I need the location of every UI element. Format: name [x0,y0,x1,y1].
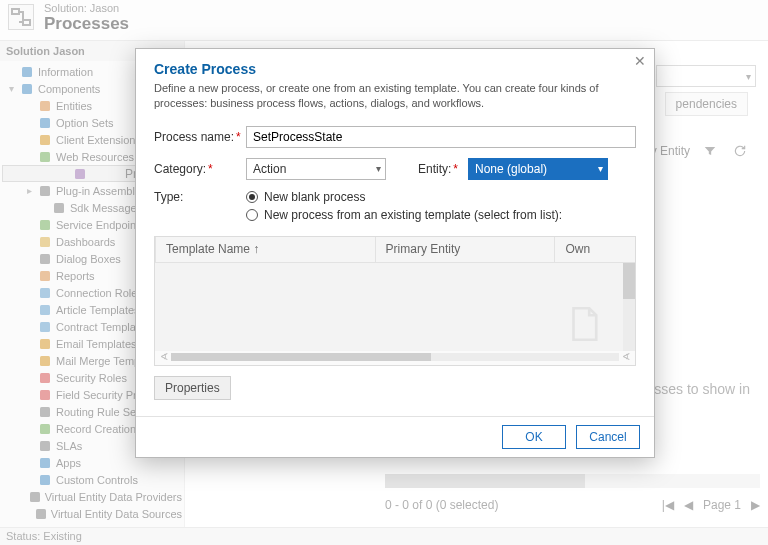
category-select[interactable]: Action ▾ [246,158,386,180]
template-vscroll[interactable] [623,263,635,351]
template-hscroll[interactable]: ∢ ∢ [159,351,631,363]
entity-select[interactable]: None (global) ▾ [468,158,608,180]
label-process-name: Process name: [154,130,234,144]
radio-from-template[interactable] [246,209,258,221]
create-process-dialog: ✕ Create Process Define a new process, o… [135,48,655,458]
col-template-name[interactable]: Template Name ↑ [156,242,375,256]
dialog-description: Define a new process, or create one from… [154,81,636,112]
col-primary-entity[interactable]: Primary Entity [376,242,555,256]
radio-new-blank[interactable] [246,191,258,203]
label-type: Type: [154,190,183,204]
col-owner[interactable]: Own [555,242,635,256]
chevron-down-icon: ▾ [376,163,381,174]
document-placeholder-icon [563,303,605,345]
label-category: Category: [154,162,206,176]
label-entity: Entity: [418,162,451,176]
entity-value: None (global) [475,162,547,176]
category-value: Action [253,162,286,176]
template-list: Template Name ↑ Primary Entity Own ∢ ∢ [154,236,636,366]
ok-button[interactable]: OK [502,425,566,449]
radio-new-blank-label: New blank process [264,190,365,204]
close-icon[interactable]: ✕ [632,53,648,69]
chevron-down-icon: ▾ [598,163,603,174]
radio-from-template-label: New process from an existing template (s… [264,208,562,222]
dialog-title: Create Process [154,61,636,77]
process-name-input[interactable] [246,126,636,148]
cancel-button[interactable]: Cancel [576,425,640,449]
properties-button[interactable]: Properties [154,376,231,400]
